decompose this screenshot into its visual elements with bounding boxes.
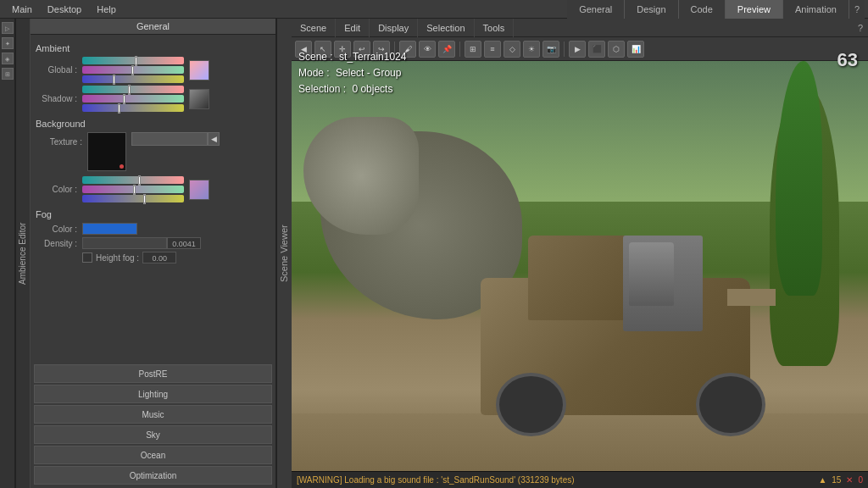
vt-btn-obj[interactable]: ◇ [504,41,520,58]
bg-slider-2[interactable] [82,186,184,193]
bg-color-preview [189,180,209,200]
viewport-menu-display[interactable]: Display [370,19,418,37]
btn-ocean[interactable]: Ocean [34,446,272,464]
bg-color-sliders [82,176,184,202]
global-slider-2[interactable] [82,66,184,74]
global-thumb-2[interactable] [131,65,134,75]
btn-optimization[interactable]: Optimization [34,466,272,485]
vt-btn-wire[interactable]: ⬡ [608,41,625,58]
ambient-section-title: Ambient [36,43,270,53]
viewport-menu-selection[interactable]: Selection [418,19,474,37]
vp-scene-row: Scene : st_Terrain1024 [298,49,406,65]
texture-dot [120,164,124,169]
car-wheel-left [496,373,565,436]
vt-btn-layers[interactable]: ≡ [484,41,501,58]
vt-btn-tex[interactable]: ⬛ [588,41,605,58]
help-btn-right[interactable]: ? [849,3,865,16]
btn-music[interactable]: Music [34,405,272,424]
texture-row: Texture : ◀ [36,132,270,171]
warn-count: 15 [832,475,841,485]
bg-thumb-2[interactable] [133,185,136,194]
shadow-thumb-3[interactable] [118,103,120,113]
shadow-slider-2[interactable] [82,95,184,103]
bg-slider-3[interactable] [82,195,184,202]
global-color-row: Global : [36,57,270,83]
global-slider-3[interactable] [82,75,184,83]
error-count: 0 [858,475,863,485]
scene-viewer-label: Scene Viewer [276,19,292,488]
shadow-color-row: Shadow : [36,86,270,112]
global-label: Global : [36,65,82,75]
tab-animation[interactable]: Animation [783,0,849,19]
viewport-menu-items: Scene Edit Display Selection Tools [292,19,514,37]
icon-btn-4[interactable]: ⊞ [2,68,14,80]
tab-general[interactable]: General [567,0,625,19]
car-supercharger [629,242,673,306]
tab-design[interactable]: Design [625,0,678,19]
panel-content: Ambient Global : [31,35,275,361]
shadow-thumb-1[interactable] [128,85,131,94]
menu-left: Main Desktop Help [0,3,128,16]
status-warning-message: [WARNING] Loading a big sound file : 'st… [297,475,575,485]
fog-color-bar[interactable] [82,223,137,235]
left-panel: General Ambient Global : [31,19,276,488]
bg-slider-1[interactable] [82,176,184,184]
texture-arrow-btn[interactable]: ◀ [208,132,220,146]
tab-code[interactable]: Code [679,0,726,19]
fog-density-value[interactable]: 0.0041 [167,237,201,249]
right-panel: Scene Edit Display Selection Tools ? ◀ ↖… [292,19,868,488]
fog-height-label: Height fog : [96,253,139,263]
viewport-help-btn[interactable]: ? [853,23,868,33]
icon-btn-2[interactable]: ✦ [2,37,14,49]
car-wheel-right [696,373,765,436]
tab-bar-right: General Design Code Preview Animation ? [567,0,868,19]
warn-icon: ▲ [818,475,826,485]
shadow-thumb-2[interactable] [123,94,125,103]
icon-btn-1[interactable]: ▷ [2,22,14,34]
fog-height-value[interactable]: 0.00 [142,252,176,263]
vp-mode-row: Mode : Select - Group [298,65,406,81]
vt-btn-pin[interactable]: 📌 [438,41,455,58]
viewport-menu-edit[interactable]: Edit [336,19,370,37]
error-icon: ✕ [846,475,853,485]
viewport-frame-number: 63 [837,49,858,71]
menu-main[interactable]: Main [5,3,39,16]
vt-btn-cam[interactable]: 📷 [542,41,559,58]
vt-btn-light[interactable]: ☀ [523,41,540,58]
shadow-slider-3[interactable] [82,104,184,112]
vp-scene-label: Scene : [298,51,333,63]
vt-btn-chart[interactable]: 📊 [627,41,644,58]
global-thumb-1[interactable] [135,56,137,65]
vp-selection-value: 0 objects [352,83,392,95]
top-menubar: Main Desktop Help General Design Code Pr… [0,0,868,19]
menu-help[interactable]: Help [90,3,123,16]
global-slider-1[interactable] [82,57,184,64]
tab-preview[interactable]: Preview [726,0,783,19]
bg-thumb-1[interactable] [138,175,141,185]
btn-sky[interactable]: Sky [34,425,272,444]
3d-viewport[interactable]: X Y Z [292,61,868,488]
vt-btn-render[interactable]: ▶ [569,41,586,58]
global-thumb-3[interactable] [113,75,115,84]
menu-desktop[interactable]: Desktop [41,3,88,16]
viewport-menu-tools[interactable]: Tools [475,19,515,37]
vp-selection-label: Selection : [298,83,346,95]
bg-thumb-3[interactable] [143,194,146,203]
viewport-menu-scene[interactable]: Scene [292,19,336,37]
vt-btn-eye[interactable]: 👁 [419,41,436,58]
icon-btn-3[interactable]: ◈ [2,53,14,64]
texture-field[interactable] [131,132,208,146]
left-panel-title: General [31,19,275,35]
global-color-sliders [82,57,184,83]
bg-color-label: Color : [36,185,82,194]
btn-postre[interactable]: PostRE [34,364,272,383]
fog-color-label: Color : [36,225,82,234]
btn-lighting[interactable]: Lighting [34,385,272,403]
fog-density-bar[interactable] [82,237,167,249]
fog-height-checkbox[interactable] [82,252,92,263]
main-tabs: General Design Code Preview Animation ? [567,0,865,19]
vp-selection-row: Selection : 0 objects [298,81,406,97]
texture-input-area: ◀ [131,132,220,146]
shadow-slider-1[interactable] [82,86,184,93]
vt-btn-grid[interactable]: ⊞ [465,41,481,58]
